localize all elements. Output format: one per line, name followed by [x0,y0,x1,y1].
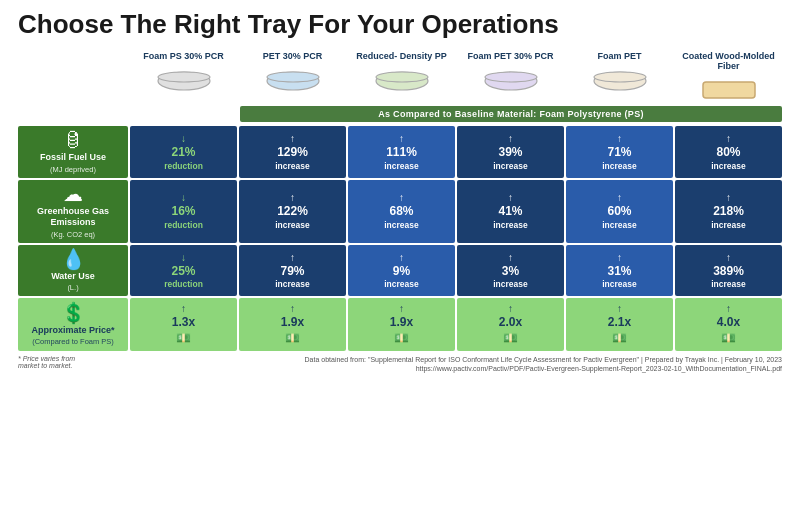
cell-sub-1-2: increase [384,220,419,231]
row-icon-2: 💧 [61,249,86,269]
row-label-2: Water Use [51,271,95,282]
row-header-2: 💧Water Use(L.) [18,245,128,297]
tray-image-1 [263,63,323,91]
cell-arrow-0-0: ↓ [181,132,186,145]
row-sublabel-3: (Compared to Foam PS) [32,337,114,346]
data-cell-1-2: ↑ 68%increase [348,180,455,243]
product-header-0: Foam PS 30% PCR [143,51,224,62]
data-cell-1-5: ↑ 218%increase [675,180,782,243]
svg-point-1 [158,72,210,82]
data-source: Data obtained from: "Supplemental Report… [105,355,782,375]
cell-value-2-2: 9% [393,264,410,280]
cell-sub-2-1: increase [275,279,310,290]
price-icon-1: 💵 [285,331,300,347]
cell-arrow-2-2: ↑ [399,251,404,264]
product-col-2: Reduced- Density PP [348,51,455,103]
cell-arrow-1-0: ↓ [181,191,186,204]
product-col-4: Foam PET [566,51,673,103]
product-header-4: Foam PET [597,51,641,62]
data-cell-2-4: ↑ 31%increase [566,245,673,297]
cell-value-1-1: 122% [277,204,308,220]
cell-value-1-4: 60% [607,204,631,220]
row-label-3: Approximate Price* [31,325,114,336]
price-icon-2: 💵 [394,331,409,347]
row-icon-3: 💲 [61,303,86,323]
data-cell-2-1: ↑ 79%increase [239,245,346,297]
cell-arrow-3-2: ↑ [399,302,404,315]
cell-sub-2-5: increase [711,279,746,290]
product-header-3: Foam PET 30% PCR [467,51,553,62]
data-cell-2-0: ↓ 25%reduction [130,245,237,297]
data-cell-0-2: ↑ 111%increase [348,126,455,178]
cell-arrow-1-1: ↑ [290,191,295,204]
row-sublabel-2: (L.) [67,283,78,292]
cell-value-3-3: 2.0x [499,315,522,331]
cell-arrow-2-4: ↑ [617,251,622,264]
cell-arrow-0-3: ↑ [508,132,513,145]
svg-rect-10 [703,82,755,98]
product-col-5: Coated Wood-Molded Fiber [675,51,782,103]
cell-sub-2-2: increase [384,279,419,290]
table-row-0: 🛢Fossil Fuel Use(MJ deprived)↓ 21%reduct… [18,126,782,178]
cell-arrow-0-5: ↑ [726,132,731,145]
cell-value-2-4: 31% [607,264,631,280]
cell-arrow-2-1: ↑ [290,251,295,264]
row-sublabel-0: (MJ deprived) [50,165,96,174]
data-cell-2-3: ↑ 3%increase [457,245,564,297]
table-row-1: ☁Greenhouse Gas Emissions(Kg. CO2 eq)↓ 1… [18,180,782,243]
data-cell-1-0: ↓ 16%reduction [130,180,237,243]
data-cell-1-3: ↑ 41%increase [457,180,564,243]
cell-arrow-1-3: ↑ [508,191,513,204]
cell-value-1-0: 16% [171,204,195,220]
table-row-2: 💧Water Use(L.)↓ 25%reduction↑ 79%increas… [18,245,782,297]
product-col-0: Foam PS 30% PCR [130,51,237,103]
cell-value-3-5: 4.0x [717,315,740,331]
cell-sub-0-0: reduction [164,161,203,172]
cell-value-0-5: 80% [716,145,740,161]
svg-point-3 [267,72,319,82]
product-col-3: Foam PET 30% PCR [457,51,564,103]
cell-value-2-5: 389% [713,264,744,280]
cell-arrow-0-4: ↑ [617,132,622,145]
cell-arrow-3-0: ↑ [181,302,186,315]
cell-arrow-0-2: ↑ [399,132,404,145]
data-cell-2-2: ↑ 9%increase [348,245,455,297]
cell-value-1-5: 218% [713,204,744,220]
cell-sub-2-3: increase [493,279,528,290]
data-cell-0-4: ↑ 71%increase [566,126,673,178]
product-header-5: Coated Wood-Molded Fiber [675,51,782,73]
cell-value-3-4: 2.1x [608,315,631,331]
row-sublabel-1: (Kg. CO2 eq) [51,230,95,239]
price-icon-4: 💵 [612,331,627,347]
cell-sub-1-4: increase [602,220,637,231]
price-icon-5: 💵 [721,331,736,347]
svg-point-5 [376,72,428,82]
row-label-1: Greenhouse Gas Emissions [21,206,125,228]
cell-sub-0-1: increase [275,161,310,172]
cell-sub-1-3: increase [493,220,528,231]
cell-value-0-1: 129% [277,145,308,161]
baseline-label: As Compared to Baseline Material: Foam P… [240,106,782,122]
cell-arrow-1-5: ↑ [726,191,731,204]
cell-value-0-0: 21% [171,145,195,161]
cell-arrow-0-1: ↑ [290,132,295,145]
price-note: * Price varies from market to market. [18,355,75,375]
cell-arrow-2-0: ↓ [181,251,186,264]
cell-sub-1-1: increase [275,220,310,231]
cell-value-3-2: 1.9x [390,315,413,331]
cell-sub-2-4: increase [602,279,637,290]
data-cell-1-1: ↑ 122%increase [239,180,346,243]
data-cell-0-1: ↑ 129%increase [239,126,346,178]
footer: * Price varies from market to market. Da… [18,355,782,375]
cell-sub-0-4: increase [602,161,637,172]
data-cell-3-5: ↑ 4.0x💵 [675,298,782,350]
table-row-3: 💲Approximate Price*(Compared to Foam PS)… [18,298,782,350]
cell-value-3-0: 1.3x [172,315,195,331]
cell-value-1-2: 68% [389,204,413,220]
cell-arrow-3-3: ↑ [508,302,513,315]
tray-image-5 [699,74,759,102]
cell-arrow-3-5: ↑ [726,302,731,315]
price-icon-0: 💵 [176,331,191,347]
cell-value-0-2: 111% [386,145,417,161]
cell-value-0-3: 39% [498,145,522,161]
